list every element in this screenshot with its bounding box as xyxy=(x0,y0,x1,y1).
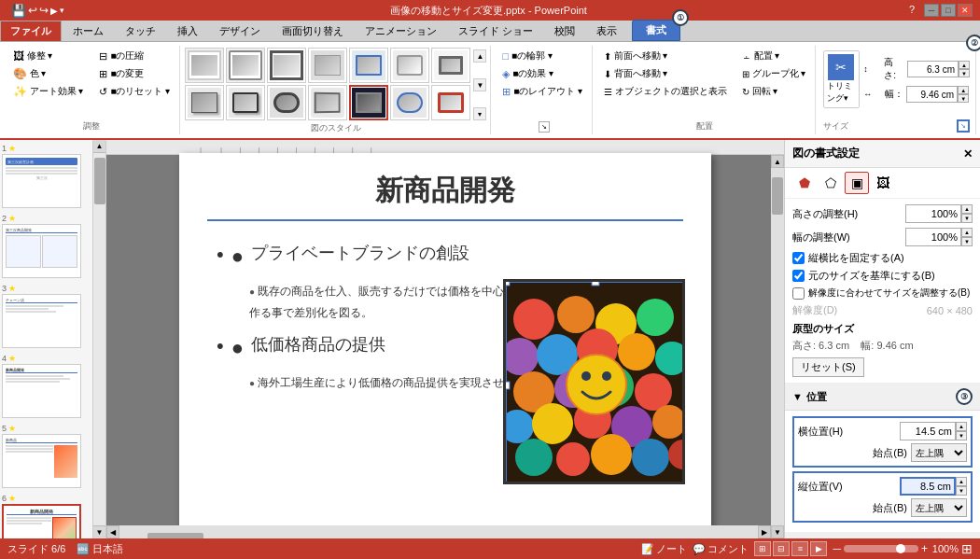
language-indicator[interactable]: 🔤 日本語 xyxy=(77,542,123,556)
reset-picture-button[interactable]: ↺ ■のリセット ▾ xyxy=(94,83,175,100)
canvas-scroll-left[interactable]: ◀ xyxy=(106,525,119,538)
vpos-down[interactable]: ▼ xyxy=(956,486,967,496)
size-expand-icon[interactable]: ↘ xyxy=(957,119,970,133)
tab-view[interactable]: 表示 xyxy=(586,21,627,41)
slide-scroll-down[interactable]: ▼ xyxy=(93,525,105,538)
normal-view-btn[interactable]: ⊞ xyxy=(754,541,771,556)
height-spin-down[interactable]: ▼ xyxy=(959,69,970,77)
corrections-button[interactable]: 🖼 修整 ▾ xyxy=(8,48,89,64)
horizontal-pos-input[interactable] xyxy=(900,422,956,440)
candy-image[interactable] xyxy=(503,279,685,484)
fit-page-btn[interactable]: ⊞ xyxy=(961,541,973,556)
zoom-out-btn[interactable]: ─ xyxy=(833,542,841,555)
style-item-12[interactable] xyxy=(349,85,388,120)
height-adj-up[interactable]: ▲ xyxy=(961,204,973,214)
close-button[interactable]: ✕ xyxy=(958,4,973,17)
relative-size-checkbox[interactable] xyxy=(792,270,805,282)
canvas-scroll-up[interactable]: ▲ xyxy=(771,155,784,168)
customize-icon[interactable]: ▾ xyxy=(60,6,64,15)
minimize-button[interactable]: ─ xyxy=(924,4,939,17)
style-item-9[interactable] xyxy=(226,85,265,120)
style-item-7[interactable] xyxy=(431,48,470,83)
tab-review[interactable]: 校閲 xyxy=(544,21,585,41)
panel-icon-shape[interactable]: ⬟ xyxy=(792,172,817,194)
tab-transitions[interactable]: 画面切り替え xyxy=(272,21,354,41)
maximize-button[interactable]: □ xyxy=(941,4,956,17)
tab-design[interactable]: デザイン xyxy=(209,21,271,41)
style-item-13[interactable] xyxy=(390,85,429,120)
slide-thumb-6[interactable]: 6★ 新商品開発 xyxy=(2,494,91,538)
vpos-up[interactable]: ▲ xyxy=(956,477,967,486)
lock-aspect-checkbox[interactable] xyxy=(792,252,805,264)
selection-pane-button[interactable]: ☰ オブジェクトの選択と表示 xyxy=(599,83,732,100)
tab-format[interactable]: 書式 ① xyxy=(632,20,680,41)
tab-insert[interactable]: 挿入 xyxy=(167,21,208,41)
textbox-section-header[interactable]: ▶ テキスト ボックス xyxy=(785,532,980,538)
panel-icon-pentagon[interactable]: ⬠ xyxy=(819,172,843,194)
styles-expand-icon[interactable]: ↘ xyxy=(539,121,550,133)
width-adj-up[interactable]: ▲ xyxy=(961,228,973,237)
send-backward-button[interactable]: ⬇ 背面へ移動 ▾ xyxy=(599,65,732,82)
save-icon[interactable]: 💾 xyxy=(11,4,26,18)
styles-scroll-up[interactable]: ▲ xyxy=(473,49,486,63)
tab-slideshow[interactable]: スライド ショー xyxy=(448,21,543,41)
style-item-1[interactable] xyxy=(185,48,224,83)
style-item-4[interactable] xyxy=(308,48,347,83)
picture-border-button[interactable]: □ ■の輪郭 ▾ xyxy=(497,48,556,64)
group-button[interactable]: ⊞ グループ化 ▾ xyxy=(737,65,811,82)
zoom-slider[interactable] xyxy=(844,545,918,552)
color-button[interactable]: 🎨 色 ▾ xyxy=(8,65,89,82)
redo-icon[interactable]: ↪ xyxy=(39,4,49,17)
comments-button[interactable]: 💬 コメント xyxy=(693,542,749,556)
canvas-scroll-right[interactable]: ▶ xyxy=(758,525,771,538)
style-item-10[interactable] xyxy=(267,85,306,120)
picture-effects-button[interactable]: ◈ ■の効果 ▾ xyxy=(497,65,558,82)
height-adjust-input[interactable] xyxy=(905,204,961,223)
vertical-pos-input[interactable] xyxy=(900,477,956,496)
hpos-up[interactable]: ▲ xyxy=(956,422,967,431)
undo-icon[interactable]: ↩ xyxy=(28,4,37,17)
slideshow-btn[interactable]: ▶ xyxy=(810,541,827,556)
hpos-down[interactable]: ▼ xyxy=(956,431,967,440)
width-adjust-input[interactable] xyxy=(905,228,961,246)
slide-sorter-btn[interactable]: ⊟ xyxy=(773,541,790,556)
zoom-level[interactable]: 100% xyxy=(931,543,959,554)
width-spin-down[interactable]: ▼ xyxy=(958,94,969,103)
compress-picture-button[interactable]: ⊟ ■の圧縮 xyxy=(94,48,175,64)
width-adj-down[interactable]: ▼ xyxy=(961,237,973,246)
style-item-11[interactable] xyxy=(308,85,347,120)
styles-more[interactable]: ▾ xyxy=(473,107,486,120)
slide-thumb-2[interactable]: 2★ 第三次商品開発 xyxy=(2,214,91,278)
style-item-6[interactable] xyxy=(390,48,429,83)
slide-thumb-5[interactable]: 5★ 新商品 xyxy=(2,424,91,488)
height-spin-up[interactable]: ▲ xyxy=(959,61,970,69)
bring-forward-button[interactable]: ⬆ 前面へ移動 ▾ xyxy=(599,48,732,64)
style-item-14[interactable] xyxy=(431,85,470,120)
height-adj-down[interactable]: ▼ xyxy=(961,214,973,223)
reset-size-button[interactable]: リセット(S) xyxy=(792,357,864,377)
styles-scroll-down[interactable]: ▼ xyxy=(473,78,486,91)
style-item-5[interactable] xyxy=(349,48,388,83)
slide-scroll-up[interactable]: ▲ xyxy=(93,140,105,153)
tab-animations[interactable]: アニメーション xyxy=(355,21,447,41)
trim-button[interactable]: ✂ トリミング▾ xyxy=(823,50,860,108)
notes-button[interactable]: 📝 ノート xyxy=(641,542,687,556)
tab-file[interactable]: ファイル xyxy=(0,21,62,41)
reading-view-btn[interactable]: ≡ xyxy=(791,541,808,556)
canvas-scroll-down[interactable]: ▼ xyxy=(771,525,784,538)
art-effects-button[interactable]: ✨ アート効果 ▾ xyxy=(8,83,89,100)
tab-touch[interactable]: タッチ xyxy=(115,21,166,41)
style-item-2[interactable] xyxy=(226,48,265,83)
style-item-8[interactable] xyxy=(185,85,224,120)
slide-thumb-3[interactable]: 3★ チェーン店 xyxy=(2,284,91,348)
height-input[interactable] xyxy=(907,61,959,77)
align-button[interactable]: ⫠ 配置 ▾ xyxy=(737,48,811,64)
tab-home[interactable]: ホーム xyxy=(63,21,114,41)
present-icon[interactable]: ▶ xyxy=(50,6,58,16)
width-input[interactable] xyxy=(906,86,958,103)
v-from-select[interactable]: 左上隅 xyxy=(911,498,967,517)
position-section-header[interactable]: ▼ 位置 ③ xyxy=(785,384,980,411)
help-icon[interactable]: ? xyxy=(909,4,915,17)
panel-icon-picture[interactable]: ▣ xyxy=(845,172,869,194)
width-spin-up[interactable]: ▲ xyxy=(958,86,969,94)
